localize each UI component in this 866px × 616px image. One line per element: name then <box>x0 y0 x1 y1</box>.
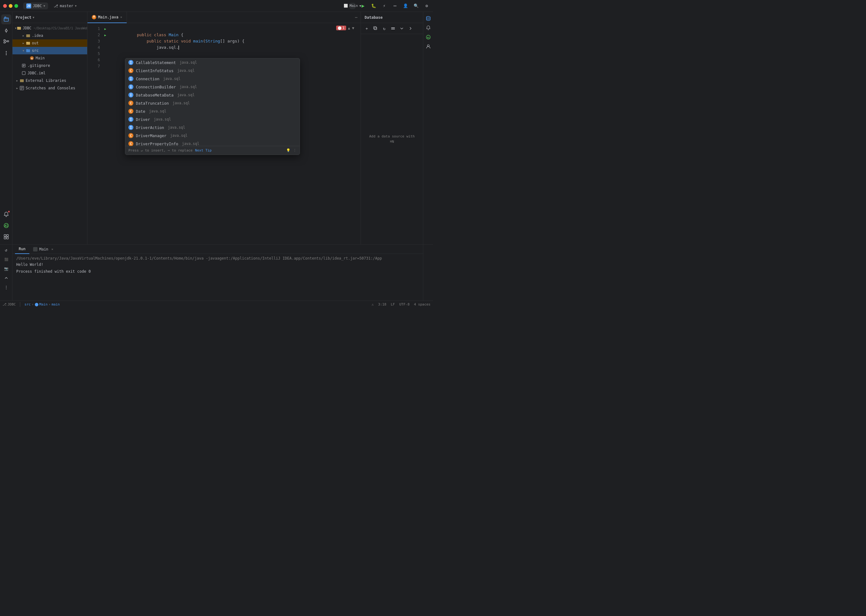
ac-item-Date[interactable]: C Date java.sql <box>125 107 300 115</box>
main-tab-close[interactable]: ✕ <box>52 247 53 251</box>
bottom-tab-main[interactable]: Main ✕ <box>29 245 57 254</box>
git-icon: ⎇ <box>3 302 6 306</box>
more-options-button[interactable]: ⋯ <box>392 3 398 9</box>
svg-point-11 <box>6 53 6 54</box>
status-class: Main <box>39 302 48 306</box>
svg-point-12 <box>6 54 6 55</box>
project-panel-dropdown[interactable]: ▼ <box>33 16 35 19</box>
bottom-icon-camera[interactable]: 📷 <box>2 265 10 273</box>
sidebar-project-icon[interactable] <box>1 14 11 24</box>
ac-name-1: ClientInfoStatus <box>136 68 173 73</box>
db-more-button[interactable] <box>407 25 414 32</box>
sidebar-commit-icon[interactable] <box>1 26 11 36</box>
right-icon-ai[interactable]: AI <box>424 33 432 41</box>
ac-item-Driver[interactable]: I Driver java.sql <box>125 115 300 123</box>
right-icon-people[interactable] <box>424 42 432 50</box>
status-warning[interactable]: ⚠ <box>372 302 374 306</box>
tab-main-java[interactable]: M Main.java ✕ <box>88 12 127 23</box>
scroll-up-icon[interactable]: ▲ <box>348 26 350 30</box>
ac-icon-c-1: C <box>128 68 134 73</box>
editor-tabs: M Main.java ✕ ⋯ <box>88 12 360 23</box>
tree-item-ext-libs[interactable]: ▶ External Libraries <box>13 77 87 84</box>
sidebar-plugins-icon[interactable] <box>1 232 11 242</box>
scratch-icon <box>19 86 24 91</box>
db-expand-button[interactable] <box>398 25 405 32</box>
tree-item-jdbc[interactable]: ▼ JDBC ~/Desktop/CS/JavaEE/1 JavaWeb/Cod… <box>13 24 87 32</box>
bottom-icon-scroll[interactable] <box>2 274 10 282</box>
sidebar-more-icon[interactable] <box>1 48 11 58</box>
ac-bulb-icon[interactable]: 💡 <box>286 148 291 152</box>
tree-label-src: src <box>32 49 39 53</box>
scroll-down-icon[interactable]: ▼ <box>352 26 354 30</box>
maximize-button[interactable] <box>14 4 18 8</box>
minimize-button[interactable] <box>9 4 13 8</box>
status-git[interactable]: ⎇ JDBC <box>3 302 16 306</box>
sidebar-ai-icon[interactable]: AI <box>1 220 11 231</box>
svg-rect-39 <box>374 27 376 29</box>
branch-dropdown-icon: ▼ <box>75 5 77 8</box>
next-tip-button[interactable]: Next Tip <box>195 148 212 152</box>
sidebar-notifications-icon[interactable] <box>1 209 11 219</box>
ac-item-ConnectionBuilder[interactable]: I ConnectionBuilder java.sql <box>125 83 300 91</box>
ac-item-ClientInfoStatus[interactable]: C ClientInfoStatus java.sql <box>125 66 300 75</box>
project-selector[interactable]: JD JDBC ▼ <box>23 3 48 9</box>
line-numbers: 1 2 3 4 5 6 7 <box>88 23 103 244</box>
ac-item-Connection[interactable]: I Connection java.sql <box>125 75 300 83</box>
bottom-icon-more[interactable]: ⋮ <box>2 283 10 291</box>
ac-item-DataTruncation[interactable]: C DataTruncation java.sql <box>125 99 300 107</box>
tree-item-gitignore[interactable]: .gitignore <box>13 62 87 69</box>
bottom-tabs: Run Main ✕ <box>13 245 423 254</box>
tree-item-jdbc-iml[interactable]: JDBC.iml <box>13 69 87 77</box>
right-icon-notifications[interactable] <box>424 24 432 32</box>
java-icon-main: M <box>29 56 35 61</box>
close-button[interactable] <box>3 4 7 8</box>
db-properties-button[interactable] <box>390 25 396 32</box>
ac-item-DriverPropertyInfo[interactable]: C DriverPropertyInfo java.sql <box>125 140 300 146</box>
search-button[interactable]: 🔍 <box>413 3 419 9</box>
editor-menu-button[interactable]: ⋯ <box>352 15 360 20</box>
code-editor[interactable]: 1 2 3 4 5 6 7 ▶ ▶ public class <box>88 23 360 244</box>
profile-button[interactable]: ⚡ <box>381 3 387 9</box>
tree-item-src[interactable]: ▼ src <box>13 47 87 54</box>
project-panel-title: Project <box>16 15 31 20</box>
run-button[interactable]: ▶ <box>360 3 366 9</box>
db-add-button[interactable]: + <box>363 25 370 32</box>
status-line-ending[interactable]: LF <box>391 302 395 306</box>
status-line-col[interactable]: 3:18 <box>378 302 387 306</box>
tab-close-button[interactable]: ✕ <box>120 15 122 19</box>
right-icon-database[interactable] <box>424 14 432 22</box>
db-refresh-button[interactable]: ↻ <box>381 25 388 32</box>
settings-button[interactable]: ⚙ <box>424 3 430 9</box>
status-encoding[interactable]: UTF-8 <box>399 302 410 306</box>
bottom-icon-stop[interactable]: ⬛ <box>2 255 10 263</box>
ac-item-DatabaseMetaData[interactable]: I DatabaseMetaData java.sql <box>125 91 300 99</box>
run-gutter-line2[interactable]: ▶ <box>103 32 107 38</box>
branch-name: master <box>60 4 73 8</box>
svg-rect-33 <box>20 79 24 82</box>
db-copy-button[interactable] <box>372 25 379 32</box>
tree-item-main[interactable]: M Main <box>13 54 87 62</box>
tree-item-idea[interactable]: ▶ .idea <box>13 32 87 39</box>
ac-item-DriverAction[interactable]: I DriverAction java.sql <box>125 123 300 132</box>
run-gutter-line1[interactable]: ▶ <box>103 26 107 32</box>
bottom-tab-run[interactable]: Run <box>15 245 29 254</box>
title-actions: ⬜ Main ▼ ▶ 🐛 ⚡ ⋯ 👤 🔍 ⚙ <box>349 3 430 9</box>
tree-item-out[interactable]: ▶ out <box>13 39 87 47</box>
ac-more-icon[interactable]: ⋮ <box>293 148 297 152</box>
ac-item-CallableStatement[interactable]: I CallableStatement java.sql <box>125 58 300 66</box>
debug-run-config[interactable]: ⬜ Main ▼ <box>349 3 355 9</box>
user-button[interactable]: 👤 <box>402 3 409 9</box>
status-indent[interactable]: 4 spaces <box>414 302 431 306</box>
console-line-path: /Users/eve/Library/Java/JavaVirtualMachi… <box>13 255 423 261</box>
svg-rect-41 <box>391 29 395 29</box>
tree-item-scratches[interactable]: ▶ Scratches and Consoles <box>13 84 87 92</box>
debug-button[interactable]: 🐛 <box>371 3 377 9</box>
bottom-icon-reload[interactable]: ↺ <box>2 246 10 254</box>
main-layout: AI Project ▼ ▼ <box>0 12 433 244</box>
sidebar-structure-icon[interactable] <box>1 37 11 47</box>
status-path[interactable]: src › ⬤ Main › main <box>24 302 60 306</box>
svg-point-45 <box>427 45 429 47</box>
database-panel-title: Database <box>365 15 383 20</box>
ac-item-DriverManager[interactable]: C DriverManager java.sql <box>125 132 300 140</box>
branch-selector[interactable]: ⎇ master ▼ <box>50 3 80 9</box>
